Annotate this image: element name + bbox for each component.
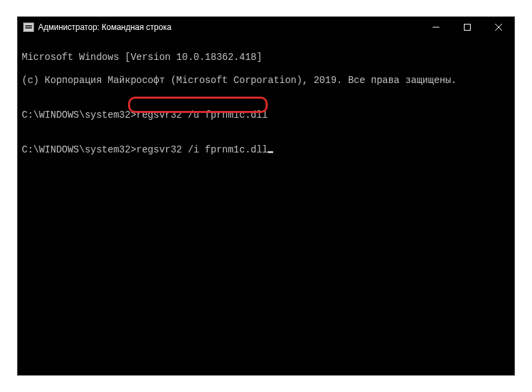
prompt-line: C:\WINDOWS\system32>regsvr32 /u fprnm1c.… [22, 110, 510, 121]
close-button[interactable] [483, 17, 514, 37]
command-prompt-window: Администратор: Командная строка Microsof… [17, 16, 515, 376]
current-prompt-line: C:\WINDOWS\system32>regsvr32 /i fprnm1c.… [22, 144, 273, 156]
prompt-path: C:\WINDOWS\system32> [22, 110, 136, 120]
cmd-icon [23, 22, 34, 32]
output-line: Microsoft Windows [Version 10.0.18362.41… [22, 52, 510, 63]
text-cursor [268, 151, 273, 153]
window-title: Администратор: Командная строка [38, 22, 172, 32]
window-controls [420, 17, 514, 37]
terminal-output[interactable]: Microsoft Windows [Version 10.0.18362.41… [18, 37, 514, 375]
maximize-button[interactable] [452, 17, 483, 37]
titlebar[interactable]: Администратор: Командная строка [18, 17, 514, 37]
command-text: regsvr32 /u fprnm1c.dll [136, 110, 268, 120]
prompt-path: C:\WINDOWS\system32> [22, 144, 136, 155]
command-input: regsvr32 /i fprnm1c.dll [136, 144, 268, 155]
minimize-button[interactable] [420, 17, 452, 37]
output-line: (c) Корпорация Майкрософт (Microsoft Cor… [22, 75, 510, 86]
svg-rect-1 [465, 24, 471, 31]
